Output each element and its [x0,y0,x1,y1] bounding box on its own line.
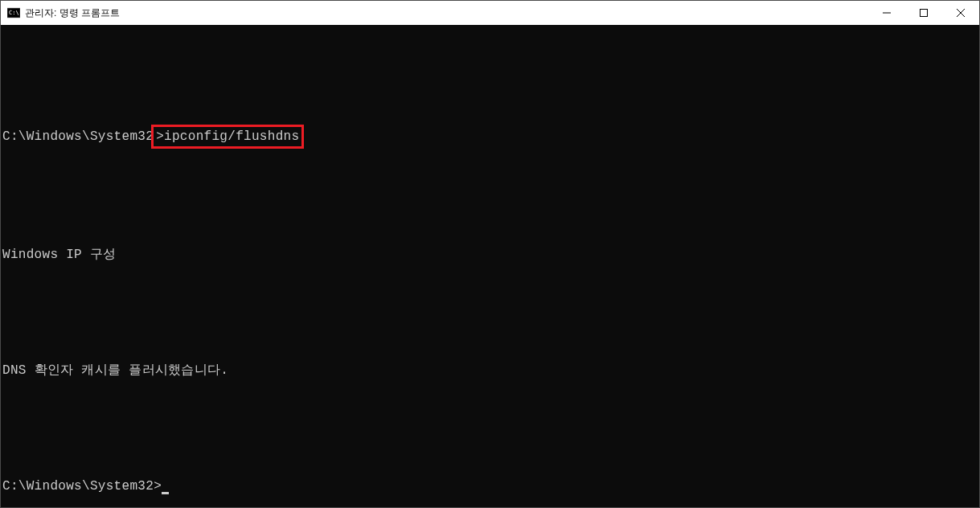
terminal-blank-line [2,187,978,207]
window-controls [868,1,979,25]
terminal-prompt-line: C:\Windows\System32> [2,477,978,496]
terminal-prompt: C:\Windows\System32> [2,479,162,494]
terminal-blank-line [2,419,978,438]
close-button[interactable] [942,1,979,25]
svg-text:C:\: C:\ [9,10,19,16]
maximize-button[interactable] [905,1,942,25]
highlighted-command: >ipconfig/flushdns [151,125,304,149]
titlebar[interactable]: C:\ 관리자: 명령 프롬프트 [1,1,979,25]
terminal-blank-line [2,67,978,86]
terminal-output-line: Windows IP 구성 [2,245,978,264]
minimize-button[interactable] [868,1,905,25]
cmd-icon: C:\ [7,6,20,19]
titlebar-left: C:\ 관리자: 명령 프롬프트 [7,6,120,20]
svg-rect-3 [921,10,928,17]
window-title: 관리자: 명령 프롬프트 [25,6,120,20]
terminal-cursor [162,492,169,494]
terminal-blank-line [2,303,978,322]
terminal-output-line: DNS 확인자 캐시를 플러시했습니다. [2,361,978,380]
terminal-command-line: C:\Windows\System32>ipconfig/flushdns [2,125,978,149]
terminal-prompt: C:\Windows\System32 [2,129,154,144]
command-prompt-window: C:\ 관리자: 명령 프롬프트 [0,0,980,508]
terminal-output[interactable]: C:\Windows\System32>ipconfig/flushdns Wi… [1,25,979,507]
